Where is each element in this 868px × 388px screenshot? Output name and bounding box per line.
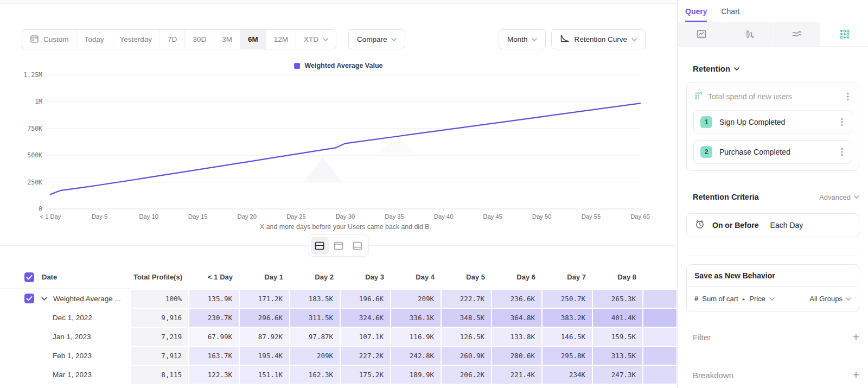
- retention-cell: 146.5K: [542, 327, 592, 346]
- retention-line: [50, 103, 640, 194]
- retention-cell: 383.2K: [542, 308, 592, 327]
- checkbox-checked[interactable]: [24, 294, 34, 303]
- retention-cell: 107.1K: [340, 327, 391, 346]
- x-tick-label: < 1 Day: [40, 213, 61, 220]
- header-partial: [643, 266, 677, 289]
- alarm-clock-icon: [694, 219, 705, 232]
- compare-button[interactable]: Compare: [348, 29, 406, 49]
- retention-cell: 313.5K: [592, 346, 643, 365]
- retention-cell: 67.99K: [189, 327, 239, 346]
- x-tick-label: Day 55: [582, 213, 601, 220]
- retention-cell: 265.3K: [592, 289, 643, 308]
- filter-section: Filter +: [693, 332, 859, 342]
- table-row[interactable]: Dec 1, 20229,916230.7K296.6K311.5K324.6K…: [0, 308, 677, 327]
- behavior-title: Total spend of new users: [708, 92, 839, 101]
- table-row[interactable]: Weighted Average ...100%135.9K171.2K183.…: [0, 289, 677, 308]
- add-filter-button[interactable]: +: [853, 332, 859, 342]
- report-type-flows-icon[interactable]: [773, 22, 820, 46]
- granularity-dropdown[interactable]: Month: [499, 29, 546, 49]
- measure-property[interactable]: Price: [749, 295, 765, 303]
- range-7d[interactable]: 7D: [159, 30, 184, 49]
- behavior-retention-grid-icon: [694, 92, 703, 102]
- range-6m-selected[interactable]: 6M: [240, 30, 266, 49]
- range-12m[interactable]: 12M: [266, 30, 296, 49]
- save-behavior-card: Save as New Behavior # Sum of cart ▸ Pri…: [686, 264, 859, 311]
- toggle-bottom-panel-view[interactable]: [349, 237, 367, 255]
- chevron-down-icon: [631, 38, 637, 41]
- range-today[interactable]: Today: [76, 30, 112, 49]
- tab-chart[interactable]: Chart: [721, 7, 739, 22]
- kebab-menu-icon[interactable]: [845, 91, 851, 102]
- report-type-bar: [678, 22, 868, 47]
- retention-section-header[interactable]: Retention: [693, 64, 859, 73]
- expand-chevron-icon[interactable]: [41, 297, 47, 301]
- retention-cell: 295.8K: [542, 346, 592, 365]
- total-cell: 9,916: [130, 308, 189, 327]
- retention-cell: 116.9K: [391, 327, 441, 346]
- calendar-icon: [30, 34, 39, 45]
- view-toggle-group: [0, 234, 677, 257]
- step-purchase-completed[interactable]: 2 Purchase Completed: [693, 140, 852, 164]
- measure-event[interactable]: Sum of cart: [702, 295, 738, 303]
- retention-cell: 133.8K: [492, 327, 542, 346]
- tab-query[interactable]: Query: [685, 7, 707, 22]
- step-sign-up-completed[interactable]: 1 Sign Up Completed: [693, 110, 852, 134]
- x-tick-label: Day 50: [532, 213, 551, 220]
- criteria-condition-row[interactable]: On or Before Each Day: [686, 213, 859, 237]
- retention-cell: 209K: [391, 289, 441, 308]
- y-tick-label: 500K: [27, 151, 42, 159]
- top-strip: [0, 0, 677, 4]
- retention-cell: 122.3K: [189, 365, 239, 384]
- y-tick-label: 750K: [27, 125, 42, 132]
- partial-cell: [643, 327, 677, 346]
- report-type-bar-chart-icon[interactable]: [725, 22, 773, 46]
- add-breakdown-button[interactable]: +: [853, 370, 859, 380]
- kebab-menu-icon[interactable]: [839, 117, 845, 128]
- total-cell: 7,219: [130, 327, 189, 346]
- retention-cell: 311.5K: [290, 308, 340, 327]
- date-range-group: Custom Today Yesterday 7D 30D 3M 6M 12M …: [22, 29, 336, 49]
- behavior-card: Total spend of new users 1 Sign Up Compl…: [686, 82, 859, 171]
- header-col: Day 6: [492, 266, 542, 289]
- condition-label: On or Before: [712, 221, 759, 230]
- range-30d[interactable]: 30D: [184, 30, 214, 49]
- chart-caption: X and more days before your Users came b…: [260, 223, 431, 231]
- x-tick-label: Day 30: [336, 213, 355, 220]
- range-custom[interactable]: Custom: [22, 30, 76, 49]
- breakdown-label: Breakdown: [693, 371, 853, 380]
- report-type-retention-icon-selected[interactable]: [821, 22, 868, 46]
- retention-table: DateTotal Profile(s)< 1 DayDay 1Day 2Day…: [0, 266, 677, 388]
- retention-cell: 221.4K: [492, 365, 542, 384]
- retention-cell: 250.7K: [542, 289, 592, 308]
- chart-type-dropdown[interactable]: Retention Curve: [551, 29, 646, 49]
- advanced-dropdown[interactable]: Advanced: [819, 193, 859, 201]
- range-xtd[interactable]: XTD: [296, 30, 336, 49]
- table-row[interactable]: Feb 1, 20237,912163.7K195.4K209K227.2K24…: [0, 346, 677, 365]
- row-label-cell: Weighted Average ...: [0, 289, 130, 308]
- table-row[interactable]: Jan 1, 20237,21967.99K87.92K97.87K107.1K…: [0, 327, 677, 346]
- y-tick-label: 0: [39, 205, 42, 213]
- toggle-split-view[interactable]: [311, 237, 329, 255]
- report-type-insights-icon[interactable]: [678, 22, 725, 46]
- table-row[interactable]: Mar 1, 20238,115122.3K151.1K162.3K175.2K…: [0, 365, 677, 384]
- save-as-new-behavior-button[interactable]: Save as New Behavior: [687, 265, 859, 287]
- toggle-top-panel-view[interactable]: [330, 237, 348, 255]
- retention-cell: 336.1K: [391, 308, 441, 327]
- chevron-down-icon: [734, 67, 739, 71]
- range-3m[interactable]: 3M: [214, 30, 240, 49]
- retention-criteria-label: Retention Criteria: [693, 193, 819, 201]
- header-col: < 1 Day: [189, 266, 239, 289]
- all-groups-dropdown[interactable]: All Groups: [809, 295, 851, 303]
- watermark-triangle: [304, 157, 342, 182]
- retention-cell: 242.8K: [391, 346, 441, 365]
- retention-cell: 171.2K: [239, 289, 290, 308]
- report-main-area: Custom Today Yesterday 7D 30D 3M 6M 12M …: [0, 0, 677, 388]
- retention-cell: 209K: [290, 346, 340, 365]
- retention-curve-icon: [560, 34, 570, 44]
- retention-cell: 87.92K: [239, 327, 290, 346]
- range-yesterday[interactable]: Yesterday: [112, 30, 160, 49]
- header-col: Total Profile(s): [130, 266, 189, 289]
- kebab-menu-icon[interactable]: [839, 147, 845, 157]
- checkbox-checked[interactable]: [24, 272, 34, 282]
- retention-cell: 183.5K: [290, 289, 340, 308]
